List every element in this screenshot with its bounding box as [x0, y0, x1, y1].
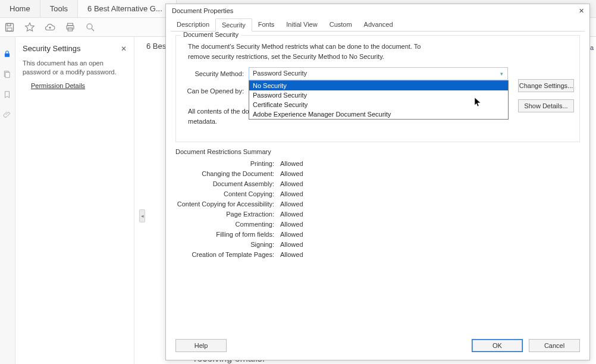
lock-icon[interactable] — [3, 50, 12, 59]
restriction-value: Allowed — [280, 190, 303, 197]
side-panel-close-icon[interactable]: ✕ — [121, 45, 127, 53]
restriction-value: Allowed — [280, 170, 303, 177]
dialog-tab-advanced[interactable]: Advanced — [358, 18, 399, 32]
svg-rect-1 — [7, 23, 11, 26]
restriction-label: Creation of Template Pages: — [175, 251, 280, 258]
restriction-row: Printing:Allowed — [175, 160, 580, 167]
permission-details-link[interactable]: Permission Details — [31, 82, 127, 89]
svg-rect-2 — [7, 28, 12, 31]
left-icon-strip — [0, 37, 15, 364]
tab-document-label: 6 Best Alternative G... — [87, 4, 162, 13]
restriction-value: Allowed — [280, 221, 303, 228]
svg-rect-10 — [5, 73, 10, 78]
restriction-row: Page Extraction:Allowed — [175, 211, 580, 218]
pages-icon[interactable] — [3, 70, 12, 80]
dropdown-option-no-security[interactable]: No Security — [249, 81, 508, 90]
restriction-label: Page Extraction: — [175, 211, 280, 218]
security-method-label: Security Method: — [183, 70, 249, 77]
right-edge-letter: a — [590, 44, 594, 51]
restriction-row: Commenting:Allowed — [175, 221, 580, 228]
restrictions-section: Document Restrictions Summary Printing:A… — [175, 148, 580, 258]
dialog-tab-description[interactable]: Description — [171, 18, 215, 32]
restriction-value: Allowed — [280, 241, 303, 248]
restriction-label: Document Assembly: — [175, 180, 280, 187]
dialog-footer: Help OK Cancel — [166, 336, 589, 360]
restriction-label: Filling of form fields: — [175, 231, 280, 238]
ok-button[interactable]: OK — [472, 339, 523, 352]
restrictions-legend: Document Restrictions Summary — [175, 148, 580, 155]
svg-point-6 — [87, 24, 92, 29]
restriction-row: Changing the Document:Allowed — [175, 170, 580, 177]
panel-collapse-handle[interactable]: ◂ — [139, 209, 145, 222]
side-panel-title: Security Settings — [23, 44, 81, 53]
restriction-label: Changing the Document: — [175, 170, 280, 177]
dialog-tabs: Description Security Fonts Initial View … — [166, 18, 589, 32]
dialog-tab-custom[interactable]: Custom — [324, 18, 358, 32]
save-icon[interactable] — [4, 21, 15, 33]
restriction-row: Creation of Template Pages:Allowed — [175, 251, 580, 258]
chevron-down-icon: ▾ — [498, 70, 505, 77]
zoom-icon[interactable] — [84, 21, 96, 33]
restriction-row: Content Copying for Accessibility:Allowe… — [175, 200, 580, 208]
cancel-button[interactable]: Cancel — [529, 339, 580, 352]
security-side-panel: Security Settings ✕ This document has an… — [15, 37, 134, 364]
restriction-value: Allowed — [280, 180, 303, 187]
section-legend: Document Security — [181, 32, 241, 38]
restriction-label: Commenting: — [175, 221, 280, 228]
dialog-tab-fonts[interactable]: Fonts — [252, 18, 281, 32]
svg-rect-8 — [4, 54, 9, 57]
tab-home[interactable]: Home — [0, 0, 40, 17]
restriction-row: Document Assembly:Allowed — [175, 180, 580, 187]
dialog-tab-initial-view[interactable]: Initial View — [280, 18, 323, 32]
document-preview-text: 6 Bes — [146, 42, 166, 51]
section-description: The document's Security Method restricts… — [183, 42, 433, 61]
print-icon[interactable] — [64, 21, 76, 33]
restriction-value: Allowed — [280, 160, 303, 167]
dialog-title: Document Properties — [172, 7, 576, 14]
restriction-label: Signing: — [175, 241, 280, 248]
restriction-label: Content Copying: — [175, 190, 280, 197]
restriction-value: Allowed — [280, 231, 303, 238]
security-method-select[interactable]: Password Security ▾ No Security Password… — [249, 67, 508, 80]
show-details-button[interactable]: Show Details... — [518, 99, 574, 112]
security-method-dropdown: No Security Password Security Certificat… — [249, 80, 509, 120]
star-icon[interactable] — [24, 21, 36, 33]
dialog-tab-security[interactable]: Security — [215, 18, 252, 32]
tab-tools[interactable]: Tools — [40, 0, 78, 17]
dialog-close-icon[interactable]: ✕ — [576, 7, 586, 15]
restriction-label: Content Copying for Accessibility: — [175, 200, 280, 208]
dropdown-option-aem[interactable]: Adobe Experience Manager Document Securi… — [249, 109, 508, 119]
change-settings-button[interactable]: Change Settings... — [518, 79, 574, 92]
restriction-label: Printing: — [175, 160, 280, 167]
app-window: Home Tools 6 Best Alternative G... × — [0, 0, 596, 364]
side-panel-text: This document has an open password or a … — [23, 59, 127, 77]
restriction-row: Content Copying:Allowed — [175, 190, 580, 197]
can-be-opened-label: Can be Opened by: — [183, 87, 249, 95]
cloud-upload-icon[interactable] — [44, 21, 56, 33]
attachment-icon[interactable] — [3, 111, 12, 120]
dialog-body: Document Security The document's Securit… — [166, 32, 589, 336]
restriction-row: Filling of form fields:Allowed — [175, 231, 580, 238]
dialog-titlebar[interactable]: Document Properties ✕ — [166, 4, 589, 17]
restriction-value: Allowed — [280, 200, 303, 208]
bookmark-icon[interactable] — [3, 90, 12, 100]
restriction-row: Signing:Allowed — [175, 241, 580, 248]
side-button-column: Change Settings... Show Details... — [511, 79, 574, 112]
restriction-value: Allowed — [280, 251, 303, 258]
tab-document[interactable]: 6 Best Alternative G... × — [78, 0, 177, 17]
dropdown-option-certificate[interactable]: Certificate Security — [249, 100, 508, 109]
restriction-value: Allowed — [280, 211, 303, 218]
security-method-value: Password Security — [253, 70, 307, 77]
help-button[interactable]: Help — [175, 339, 227, 352]
document-properties-dialog: Document Properties ✕ Description Securi… — [165, 4, 590, 360]
dropdown-option-password[interactable]: Password Security — [249, 90, 508, 100]
svg-line-7 — [92, 29, 94, 31]
